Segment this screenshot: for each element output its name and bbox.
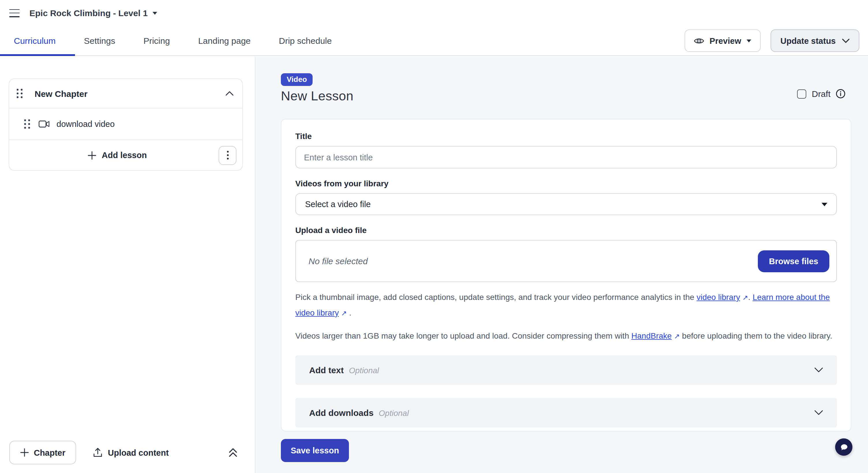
update-status-label: Update status <box>780 36 836 45</box>
upload-empty-text: No file selected <box>309 256 758 266</box>
drag-handle-icon[interactable] <box>24 119 31 129</box>
sidebar-bottom-bar: Chapter Upload content <box>9 441 246 464</box>
tab-settings[interactable]: Settings <box>84 36 115 45</box>
course-title: Epic Rock Climbing - Level 1 <box>29 8 148 18</box>
collapse-all-button[interactable] <box>228 448 238 458</box>
caret-down-icon <box>152 11 157 15</box>
chat-widget-button[interactable] <box>835 438 852 456</box>
add-lesson-button[interactable]: Add lesson <box>16 151 219 160</box>
save-lesson-button[interactable]: Save lesson <box>281 439 349 462</box>
course-builder-app: Epic Rock Climbing - Level 1 Curriculum … <box>0 0 868 473</box>
tabbar-actions: Preview Update status <box>685 29 859 52</box>
topbar: Epic Rock Climbing - Level 1 <box>0 0 868 26</box>
help-text: . <box>748 292 753 302</box>
video-library-select-value: Select a video file <box>305 199 371 209</box>
active-tab-underline <box>0 54 75 56</box>
handbrake-link[interactable]: HandBrake <box>631 331 672 340</box>
preview-button-label: Preview <box>710 36 741 45</box>
lesson-editor-panel: Video New Lesson Draft Title Videos from… <box>256 57 868 473</box>
video-camera-icon <box>39 120 50 128</box>
draft-checkbox[interactable] <box>797 89 807 98</box>
preview-button[interactable]: Preview <box>685 29 761 52</box>
help-text: before uploading them to the video libra… <box>680 331 832 340</box>
external-link-icon[interactable]: ↗ <box>341 309 347 317</box>
browse-files-button[interactable]: Browse files <box>758 250 829 272</box>
chevron-up-icon[interactable] <box>225 91 234 96</box>
help-text: Pick a thumbnail image, add closed capti… <box>295 292 696 302</box>
library-field-label: Videos from your library <box>295 179 837 188</box>
add-downloads-section[interactable]: Add downloads Optional <box>295 398 837 428</box>
caret-down-icon <box>821 202 828 207</box>
upload-content-button[interactable]: Upload content <box>93 448 169 458</box>
upload-field-label: Upload a video file <box>295 225 837 235</box>
add-text-label: Add text <box>309 365 344 375</box>
draft-toggle: Draft <box>797 89 845 99</box>
chevron-down-icon <box>814 410 823 415</box>
eye-icon <box>694 37 705 45</box>
chat-bubble-icon <box>839 442 849 452</box>
lesson-form-card: Title Videos from your library Select a … <box>281 119 851 432</box>
add-text-section[interactable]: Add text Optional <box>295 355 837 385</box>
double-chevron-up-icon <box>228 448 238 458</box>
update-status-button[interactable]: Update status <box>771 29 859 52</box>
help-text: Videos larger than 1GB may take longer t… <box>295 331 631 340</box>
chevron-down-icon <box>814 368 823 373</box>
chapter-header[interactable]: New Chapter <box>9 79 242 108</box>
lesson-header: Video New Lesson Draft <box>281 73 851 104</box>
chapter-options-button[interactable] <box>219 146 237 165</box>
external-link-icon[interactable]: ↗ <box>674 332 680 340</box>
tab-drip-schedule[interactable]: Drip schedule <box>279 36 332 45</box>
title-field-label: Title <box>295 131 837 141</box>
lesson-title: download video <box>57 119 115 129</box>
upload-icon <box>93 448 103 458</box>
hamburger-menu-icon[interactable] <box>9 9 20 17</box>
tab-pricing[interactable]: Pricing <box>143 36 170 45</box>
external-link-icon[interactable]: ↗ <box>742 294 748 302</box>
optional-tag: Optional <box>379 408 409 417</box>
add-chapter-button[interactable]: Chapter <box>9 441 76 464</box>
chevron-down-icon <box>842 38 849 43</box>
video-library-select[interactable]: Select a video file <box>295 193 837 215</box>
upload-content-label: Upload content <box>108 448 169 457</box>
video-upload-dropzone[interactable]: No file selected Browse files <box>295 240 837 282</box>
curriculum-sidebar: New Chapter download video Add lesson <box>0 57 255 473</box>
kebab-menu-icon <box>226 151 229 160</box>
add-lesson-label: Add lesson <box>102 151 147 160</box>
plus-icon <box>20 448 29 457</box>
info-icon[interactable] <box>836 89 845 99</box>
plus-icon <box>88 151 97 159</box>
chapter-footer: Add lesson <box>9 140 242 170</box>
course-title-dropdown[interactable]: Epic Rock Climbing - Level 1 <box>29 8 157 18</box>
tab-bar: Curriculum Settings Pricing Landing page… <box>0 26 868 56</box>
optional-tag: Optional <box>349 366 379 375</box>
draft-label: Draft <box>812 89 831 99</box>
tab-curriculum[interactable]: Curriculum <box>14 36 56 45</box>
drag-handle-icon[interactable] <box>16 88 23 99</box>
add-downloads-label: Add downloads <box>309 408 373 418</box>
video-library-help-text: Pick a thumbnail image, add closed capti… <box>295 290 837 321</box>
help-text: . <box>347 308 351 317</box>
add-chapter-label: Chapter <box>34 448 65 457</box>
compression-help-text: Videos larger than 1GB may take longer t… <box>295 328 837 344</box>
page-title: New Lesson <box>281 89 851 104</box>
video-library-link[interactable]: video library <box>696 292 740 302</box>
lesson-row[interactable]: download video <box>9 108 242 140</box>
chapter-title: New Chapter <box>35 89 225 98</box>
chapter-card: New Chapter download video Add lesson <box>9 78 243 171</box>
caret-down-icon <box>746 39 751 42</box>
lesson-type-badge: Video <box>281 73 313 86</box>
lesson-title-input[interactable] <box>295 146 837 168</box>
tab-landing-page[interactable]: Landing page <box>198 36 251 45</box>
